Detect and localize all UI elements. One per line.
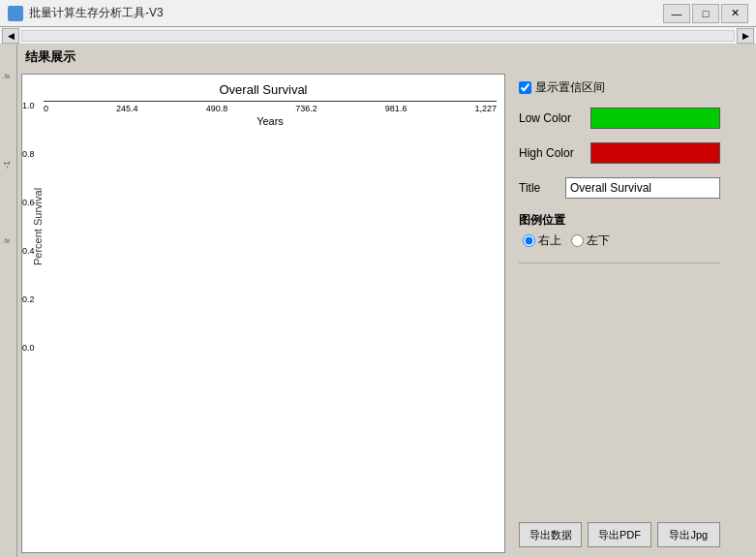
chart-area: Percent Survival 1.0 0.8 0.6 0.4 0.2 0.0: [30, 101, 497, 353]
radio-bottom-left-label: 左下: [587, 232, 610, 249]
radio-top-right[interactable]: 右上: [523, 232, 561, 249]
window-title: 批量计算生存分析工具-V3: [29, 5, 164, 21]
x-axis-label: Years: [44, 115, 497, 127]
main-panel: 结果展示 Overall Survival Percent Survival 1…: [17, 45, 756, 557]
legend-radio-row: 右上 左下: [523, 232, 720, 249]
export-data-button[interactable]: 导出数据: [519, 522, 582, 547]
y-tick-6: 1.0: [22, 101, 35, 110]
radio-top-right-input[interactable]: [523, 234, 535, 247]
title-input[interactable]: [565, 177, 720, 199]
chart-container: Overall Survival Percent Survival 1.0 0.…: [21, 74, 505, 553]
show-ci-checkbox[interactable]: [519, 81, 531, 94]
x-tick-3: 736.2: [295, 104, 318, 113]
title-row: Title: [519, 177, 720, 199]
y-tick-4: 0.6: [22, 198, 35, 207]
show-ci-label: 显示置信区间: [535, 79, 605, 96]
high-color-picker[interactable]: [590, 142, 720, 164]
low-color-row: Low Color: [519, 108, 720, 129]
results-header: 结果展示: [17, 45, 756, 70]
legend-position-section: 图例位置 右上 左下: [519, 212, 720, 249]
app-icon: [8, 6, 23, 21]
scroll-track[interactable]: [21, 30, 735, 42]
chart-plot: Low(N=14) High(N=13) Logrank=0.57: [44, 101, 497, 102]
results-title: 结果展示: [25, 49, 76, 64]
minimize-button[interactable]: —: [663, 4, 690, 23]
left-sidebar: ir -1 ir: [0, 45, 17, 557]
close-button[interactable]: ✕: [721, 4, 748, 23]
y-tick-5: 0.8: [22, 149, 35, 159]
high-color-row: High Color: [519, 142, 720, 164]
content-area: ir -1 ir 结果展示 Overall Survival Percent S…: [0, 45, 756, 557]
scroll-right-arrow[interactable]: ▶: [737, 28, 754, 44]
scroll-left-arrow[interactable]: ◀: [2, 28, 19, 44]
title-field-label: Title: [519, 181, 559, 195]
y-tick-1: 0.0: [22, 343, 35, 353]
x-tick-0: 0: [44, 104, 48, 113]
x-tick-4: 981.6: [385, 104, 408, 113]
chart-title: Overall Survival: [30, 82, 497, 97]
action-buttons-row: 导出数据 导出PDF 导出Jpg: [519, 522, 720, 547]
window-controls: — □ ✕: [663, 4, 748, 23]
radio-bottom-left-input[interactable]: [571, 234, 584, 247]
export-pdf-button[interactable]: 导出PDF: [588, 522, 650, 547]
y-tick-3: 0.4: [22, 246, 35, 256]
right-panel: 显示置信区间 Low Color High Color Title: [513, 74, 726, 553]
horizontal-scrollbar: ◀ ▶: [0, 27, 756, 45]
x-tick-1: 245.4: [116, 104, 138, 113]
x-tick-5: 1,227: [474, 104, 497, 113]
x-tick-2: 490.8: [206, 104, 228, 113]
radio-top-right-label: 右上: [538, 232, 561, 249]
low-color-picker[interactable]: [590, 108, 720, 129]
maximize-button[interactable]: □: [692, 4, 719, 23]
low-color-label: Low Color: [519, 111, 585, 125]
radio-bottom-left[interactable]: 左下: [571, 232, 610, 249]
export-jpg-button[interactable]: 导出Jpg: [657, 522, 720, 547]
show-ci-row: 显示置信区间: [519, 79, 720, 96]
legend-position-title: 图例位置: [519, 212, 720, 229]
y-tick-2: 0.2: [22, 294, 35, 304]
results-body: Overall Survival Percent Survival 1.0 0.…: [17, 70, 756, 557]
high-color-label: High Color: [519, 146, 585, 160]
title-bar: 批量计算生存分析工具-V3 — □ ✕: [0, 0, 756, 27]
divider: [519, 263, 720, 263]
